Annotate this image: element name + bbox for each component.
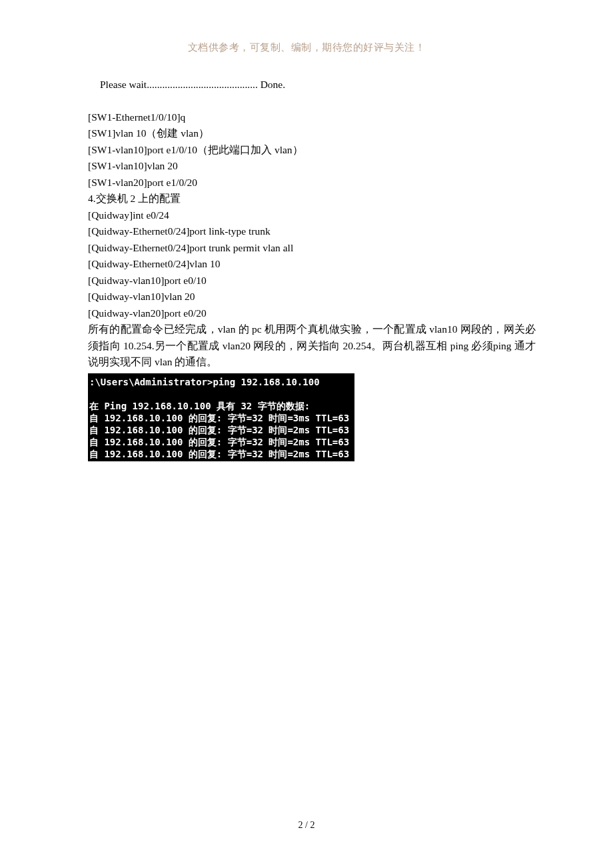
text-line: [SW1-vlan10]port e1/0/10（把此端口加入 vlan） [88, 142, 536, 159]
text-line: [SW1-Ethernet1/0/10]q [88, 109, 536, 126]
terminal-line: 自 192.168.10.100 的回复: 字节=32 时间=3ms TTL=6… [88, 412, 354, 424]
text-line: [Quidway-Ethernet0/24]vlan 10 [88, 256, 536, 273]
terminal-line: :\Users\Administrator>ping 192.168.10.10… [88, 376, 354, 388]
paragraph: 所有的配置命令已经完成，vlan 的 pc 机用两个真机做实验，一个配置成 vl… [88, 321, 536, 371]
text-line: [SW1]vlan 10（创建 vlan） [88, 125, 536, 142]
text-line: [Quidway-vlan20]port e0/20 [88, 305, 536, 322]
page-number: 2 / 2 [0, 820, 613, 831]
blank-line [88, 93, 536, 109]
terminal-line: 自 192.168.10.100 的回复: 字节=32 时间=2ms TTL=6… [88, 424, 354, 436]
text-line: [Quidway-Ethernet0/24]port trunk permit … [88, 240, 536, 257]
text-line: [Quidway]int e0/24 [88, 207, 536, 224]
text-line: [Quidway-vlan10]port e0/10 [88, 273, 536, 289]
text-line: [SW1-vlan20]port e1/0/20 [88, 175, 536, 191]
header-note: 文档供参考，可复制、编制，期待您的好评与关注！ [0, 41, 613, 54]
document-body: Please wait.............................… [88, 77, 536, 461]
terminal-blank [88, 388, 354, 400]
text-line: [SW1-vlan10]vlan 20 [88, 158, 536, 175]
terminal-line: 自 192.168.10.100 的回复: 字节=32 时间=2ms TTL=6… [88, 436, 354, 448]
terminal-line: 自 192.168.10.100 的回复: 字节=32 时间=2ms TTL=6… [88, 448, 354, 460]
text-line: [Quidway-vlan10]vlan 20 [88, 289, 536, 305]
text-line: [Quidway-Ethernet0/24]port link-type tru… [88, 223, 536, 240]
terminal-line: 在 Ping 192.168.10.100 具有 32 字节的数据: [88, 400, 354, 412]
text-line: Please wait.............................… [88, 77, 536, 93]
text-line: 4.交换机 2 上的配置 [88, 191, 536, 207]
terminal-screenshot: :\Users\Administrator>ping 192.168.10.10… [88, 373, 354, 461]
